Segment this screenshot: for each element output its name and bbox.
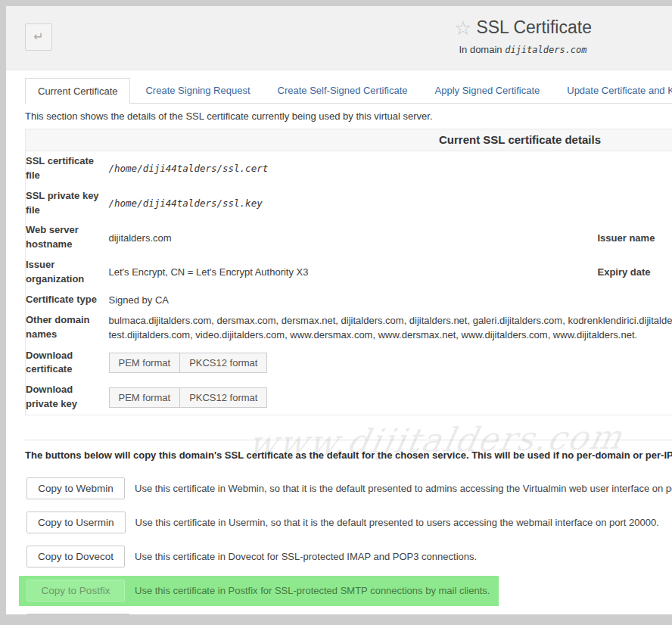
table-row: Certificate type Signed by CA bbox=[26, 290, 672, 310]
page-title: SSL Certificate bbox=[476, 17, 592, 37]
download-key-pkcs12-button[interactable]: PKCS12 format bbox=[179, 387, 267, 408]
copy-service-list: Copy to Webmin Use this certificate in W… bbox=[26, 477, 672, 614]
issuer-organization: Let's Encrypt, CN = Let's Encrypt Author… bbox=[109, 255, 598, 290]
row-label: Download private key bbox=[26, 380, 109, 415]
other-domain-names: bulmaca.dijitalders.com, dersmax.com, de… bbox=[109, 310, 672, 346]
table-row: Other domain names bulmaca.dijitalders.c… bbox=[26, 310, 672, 346]
copy-to-usermin-button[interactable]: Copy to Usermin bbox=[26, 512, 126, 533]
section-divider bbox=[25, 440, 672, 440]
row-label: Issuer organization bbox=[26, 255, 109, 290]
row-label: SSL private key file bbox=[26, 186, 109, 221]
copy-section-description: The buttons below will copy this domain'… bbox=[25, 449, 672, 461]
section-description: This section shows the details of the SS… bbox=[25, 110, 672, 122]
table-row: SSL private key file /home/diji44talders… bbox=[26, 186, 672, 221]
table-row: Web server hostname dijitalders.com Issu… bbox=[26, 220, 672, 255]
ssl-key-file-path: /home/diji44talders/ssl.key bbox=[109, 197, 263, 209]
table-row: Download certificate PEM format PKCS12 f… bbox=[26, 346, 672, 381]
tab-update-certificate-and-key[interactable]: Update Certificate and Key bbox=[555, 78, 672, 103]
copy-webmin-row: Copy to Webmin Use this certificate in W… bbox=[26, 477, 672, 499]
domain-list-line: test.dijitalders.com, video.dijitalders.… bbox=[109, 328, 672, 343]
download-certificate-group: PEM format PKCS12 format bbox=[109, 353, 268, 373]
copy-to-postfix-button[interactable]: Copy to Postfix bbox=[26, 580, 125, 602]
row-label: Issuer name bbox=[598, 220, 672, 255]
copy-to-dovecot-button[interactable]: Copy to Dovecot bbox=[26, 546, 125, 567]
copy-usermin-description: Use this certificate in Usermin, so that… bbox=[135, 517, 659, 528]
table-title: Current SSL certificate details bbox=[26, 129, 672, 151]
download-cert-pkcs12-button[interactable]: PKCS12 format bbox=[179, 353, 267, 373]
copy-webmin-description: Use this certificate in Webmin, so that … bbox=[135, 483, 672, 494]
copy-postfix-description: Use this certificate in Postfix for SSL-… bbox=[135, 585, 490, 596]
page-subtitle: In domain dijitalders.com bbox=[6, 44, 672, 55]
table-row: Issuer organization Let's Encrypt, CN = … bbox=[26, 255, 672, 290]
row-label: SSL certificate file bbox=[26, 151, 109, 186]
certificate-details-table: Current SSL certificate details SSL cert… bbox=[25, 129, 672, 415]
copy-to-proftpd-button[interactable]: Copy to ProFTPD bbox=[26, 614, 130, 614]
star-icon[interactable]: ☆ bbox=[454, 17, 471, 39]
download-key-pem-button[interactable]: PEM format bbox=[109, 387, 181, 408]
row-label: Expiry date bbox=[598, 255, 672, 290]
copy-dovecot-row: Copy to Dovecot Use this certificate in … bbox=[26, 546, 477, 567]
tab-create-self-signed-certificate[interactable]: Create Self-Signed Certificate bbox=[266, 78, 420, 103]
download-key-group: PEM format PKCS12 format bbox=[109, 387, 268, 408]
download-cert-pem-button[interactable]: PEM format bbox=[109, 353, 181, 373]
page-header: ↵ ☆SSL Certificate In domain dijitalders… bbox=[6, 6, 672, 70]
web-server-hostname: dijitalders.com bbox=[109, 220, 598, 255]
table-row: SSL certificate file /home/diji44talders… bbox=[26, 151, 672, 186]
table-row: Download private key PEM format PKCS12 f… bbox=[26, 380, 672, 415]
tab-apply-signed-certificate[interactable]: Apply Signed Certificate bbox=[423, 78, 552, 103]
domain-name: dijitalders.com bbox=[505, 45, 586, 55]
subtitle-prefix: In domain bbox=[459, 44, 502, 55]
tab-create-signing-request[interactable]: Create Signing Request bbox=[133, 78, 262, 103]
tab-bar: Current Certificate Create Signing Reque… bbox=[25, 78, 672, 104]
domain-list-line: bulmaca.dijitalders.com, dersmax.com, de… bbox=[109, 313, 672, 328]
copy-postfix-row-highlighted: Copy to Postfix Use this certificate in … bbox=[19, 576, 499, 606]
row-label: Web server hostname bbox=[26, 220, 109, 255]
tab-current-certificate[interactable]: Current Certificate bbox=[25, 78, 130, 104]
title-block: ☆SSL Certificate In domain dijitalders.c… bbox=[6, 17, 672, 55]
table-header-row: Current SSL certificate details bbox=[26, 129, 672, 151]
certificate-type: Signed by CA bbox=[109, 290, 672, 310]
row-label: Other domain names bbox=[26, 310, 109, 346]
copy-usermin-row: Copy to Usermin Use this certificate in … bbox=[26, 512, 659, 533]
copy-to-webmin-button[interactable]: Copy to Webmin bbox=[26, 477, 125, 499]
ssl-cert-file-path: /home/diji44talders/ssl.cert bbox=[109, 163, 269, 174]
row-label: Certificate type bbox=[26, 290, 109, 310]
copy-dovecot-description: Use this certificate in Dovecot for SSL-… bbox=[135, 551, 477, 562]
copy-proftpd-row: Copy to ProFTPD Use this certificate in … bbox=[26, 614, 477, 614]
row-label: Download certificate bbox=[26, 346, 109, 381]
ssl-certificate-page: ↵ ☆SSL Certificate In domain dijitalders… bbox=[6, 6, 672, 614]
